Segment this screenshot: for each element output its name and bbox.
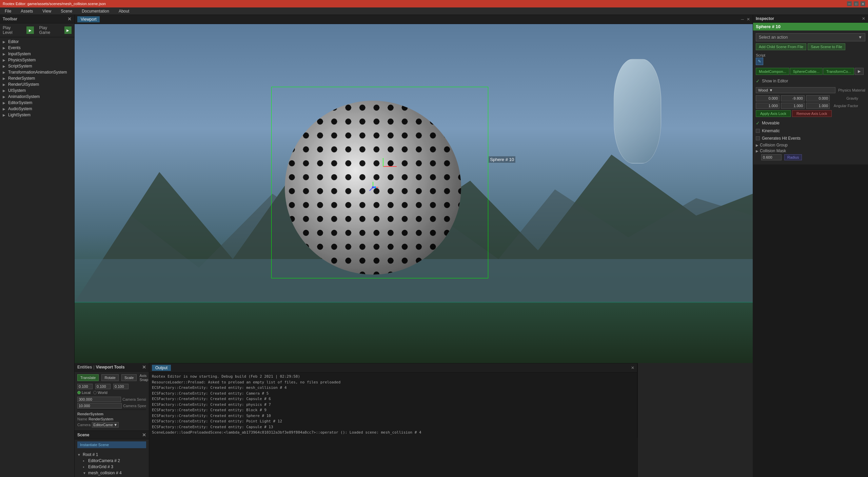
transform-co-tab[interactable]: TransformCo... [823, 68, 854, 75]
capsule-container [604, 59, 671, 163]
tree-item-transformation-anim-system[interactable]: ▶ TransformationAnimationSystem [0, 69, 74, 75]
scene-close-button[interactable]: ✕ [142, 432, 146, 438]
entities-close-button[interactable]: ✕ [142, 364, 146, 370]
scale-snap-input[interactable] [113, 384, 129, 389]
gravity-y-input[interactable] [781, 95, 805, 101]
collision-mask-row[interactable]: ▶ Collision Mask [756, 148, 865, 153]
menu-documentation[interactable]: Documentation [80, 8, 111, 14]
select-action-dropdown[interactable]: Select an action ▼ [756, 33, 865, 41]
model-component-tab[interactable]: ModelCompon... [756, 68, 789, 75]
tree-item-light-system[interactable]: ▶ LightSystem [0, 112, 74, 118]
add-child-scene-button[interactable]: Add Child Scene From File [756, 43, 806, 50]
render-camera-dropdown[interactable]: EditorCame ▼ [92, 422, 119, 428]
remove-axis-lock-button[interactable]: Remove Axis Lock [792, 110, 831, 117]
menu-scene[interactable]: Scene [59, 8, 74, 14]
world-radio[interactable]: World [93, 391, 107, 395]
rotate-button[interactable]: Rotate [101, 374, 118, 381]
viewport-3d-scene[interactable]: Sphere # 10 [75, 24, 753, 363]
output-panel: Output ✕ Rootex Editor is now starting. … [149, 363, 637, 438]
show-in-editor-checkbox[interactable]: ✓ [756, 78, 760, 84]
maximize-button[interactable]: □ [854, 1, 859, 6]
kinematic-checkbox[interactable] [756, 129, 760, 133]
angular-z-input[interactable] [806, 103, 830, 109]
physics-material-row: Wood ▼ Physics Material [756, 87, 865, 93]
menu-view[interactable]: View [40, 8, 53, 14]
angular-y-input[interactable] [781, 103, 805, 109]
tree-item-events[interactable]: ▶ Events [0, 45, 74, 51]
tree-item-animation-system[interactable]: ▶ AnimationSystem [0, 94, 74, 100]
camera-sensi-input[interactable] [77, 397, 121, 402]
output-tab[interactable]: Output [152, 365, 171, 371]
collision-group-row[interactable]: ▶ Collision Group [756, 143, 865, 147]
tree-item-script-system[interactable]: ▶ ScriptSystem [0, 63, 74, 69]
tree-item-ui-system[interactable]: ▶ UISystem [0, 87, 74, 94]
apply-axis-lock-button[interactable]: Apply Axis Lock [756, 110, 791, 117]
generates-hit-checkbox[interactable] [756, 136, 760, 140]
local-radio[interactable]: Local [77, 391, 91, 395]
output-line-7: ECSFactory::CreateEntity: Created entity… [152, 413, 634, 419]
output-close-button[interactable]: ✕ [631, 365, 634, 370]
angular-factor-label: Angular Factor [831, 104, 858, 108]
instantiate-scene-button[interactable]: Instantiate Scene [77, 441, 146, 448]
rotate-snap-input[interactable] [95, 384, 111, 389]
tree-editor-grid[interactable]: ● EditorGrid # 3 [75, 464, 149, 470]
kinematic-label: Kinematic [762, 128, 780, 133]
camera-sensi-row: Camera Sensi [77, 397, 146, 402]
bottom-right [637, 363, 753, 477]
tree-item-physics-system[interactable]: ▶ PhysicsSystem [0, 57, 74, 63]
menu-about[interactable]: About [117, 8, 131, 14]
tree-editor-camera[interactable]: ● EditorCamera # 2 [75, 458, 149, 464]
translate-snap-input[interactable] [77, 384, 93, 389]
tree-item-render-system[interactable]: ▶ RenderSystem [0, 75, 74, 81]
play-level-button[interactable]: ▶ [26, 26, 34, 34]
gravity-x-input[interactable] [756, 95, 780, 101]
output-line-3: ECSFactory::CreateEntity: Created entity… [152, 391, 634, 397]
capsule-visual [614, 59, 661, 163]
menu-file[interactable]: File [3, 8, 13, 14]
inspector-close-button[interactable]: ✕ [862, 16, 865, 21]
select-action-label: Select an action [759, 35, 788, 40]
tree-item-audio-system[interactable]: ▶ AudioSystem [0, 106, 74, 112]
tree-item-editor[interactable]: ▶ Editor [0, 39, 74, 45]
tree-mesh-collision[interactable]: ▼ mesh_collision # 4 [75, 470, 149, 476]
moveable-checkbox[interactable]: ✓ [756, 120, 760, 126]
viewport-minimize-btn[interactable]: ─ [741, 17, 744, 22]
tree-item-editor-system[interactable]: ▶ EditorSystem [0, 100, 74, 106]
output-line-2: ECSFactory::CreateEntity: Created entity… [152, 385, 634, 391]
close-button[interactable]: ✕ [861, 1, 865, 6]
entities-content: Translate Rotate Scale Axis Snap [75, 372, 149, 431]
physics-material-dropdown[interactable]: Wood ▼ [756, 87, 835, 93]
angular-x-input[interactable] [756, 103, 780, 109]
viewport-panel: Viewport ─ ✕ [75, 15, 753, 363]
tree-root[interactable]: ▼ Root # 1 [75, 452, 149, 458]
script-label: Script [756, 53, 765, 57]
tree-item-render-ui-system[interactable]: ▶ RenderUISystem [0, 81, 74, 87]
scale-button[interactable]: Scale [121, 374, 137, 381]
menu-assets[interactable]: Assets [19, 8, 35, 14]
gravity-z-input[interactable] [806, 95, 830, 101]
save-scene-button[interactable]: Save Scene to File [808, 43, 845, 50]
scene-file-buttons: Add Child Scene From File Save Scene to … [756, 43, 865, 50]
toolbar-close-button[interactable]: ✕ [67, 16, 72, 22]
svg-point-6 [372, 186, 374, 188]
gravity-label: Gravity [831, 96, 858, 100]
generates-hit-label: Generates Hit Events [762, 136, 801, 141]
physics-material-label: Physics Material [838, 88, 865, 92]
output-line-9: ECSFactory::CreateEntity: Created entity… [152, 424, 634, 430]
tree-item-input-system[interactable]: ▶ InputSystem [0, 51, 74, 57]
inspector-label: Inspector [756, 16, 774, 21]
radius-input[interactable] [761, 154, 782, 160]
translate-button[interactable]: Translate [77, 374, 99, 381]
viewport-close-btn[interactable]: ✕ [747, 17, 750, 22]
viewport-header: Viewport ─ ✕ [75, 15, 753, 24]
viewport-tab[interactable]: Viewport [77, 16, 100, 22]
sphere-collide-tab[interactable]: SphereCollide... [790, 68, 823, 75]
minimize-button[interactable]: ─ [847, 1, 852, 6]
radius-button[interactable]: Radius [784, 154, 802, 160]
more-components-button[interactable]: ▶ [855, 68, 864, 75]
play-game-button[interactable]: ▶ [64, 26, 72, 34]
script-edit-button[interactable]: ✎ [756, 58, 763, 65]
local-world-radio: Local World [77, 391, 146, 395]
camera-speed-row: Camera Spee [77, 403, 146, 409]
camera-speed-input[interactable] [77, 403, 122, 409]
